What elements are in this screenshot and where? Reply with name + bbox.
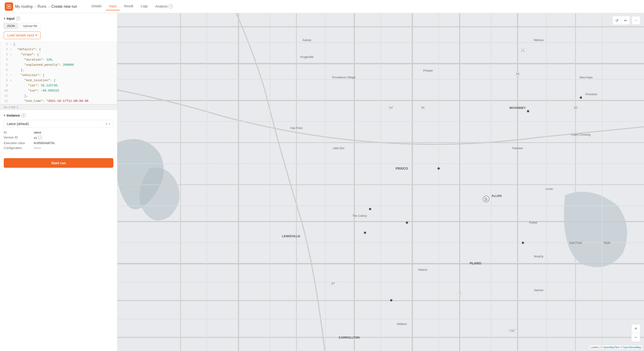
- meta-versionid-value: v1 ?: [34, 136, 113, 140]
- input-help-icon[interactable]: ?: [16, 16, 20, 21]
- version-help-icon[interactable]: ?: [38, 136, 42, 140]
- instance-section-header: ▾ Instance ?: [0, 110, 117, 120]
- code-editor[interactable]: 1 ▾ { 2 ▾ "defaults": { 3 ▾ "stops": { 4: [0, 42, 117, 104]
- breadcrumb: My routing › Runs › Create new run: [15, 4, 77, 9]
- meta-id-value: latest: [34, 131, 113, 134]
- analysis-help-icon[interactable]: ?: [168, 4, 173, 8]
- instance-select-wrap: Latest (default) ✕ ▾: [0, 120, 117, 131]
- tab-logs[interactable]: Logs: [138, 3, 151, 10]
- code-line-7: 7 ▾ "vehicles": {: [0, 73, 117, 78]
- meta-config-value: None: [34, 146, 113, 150]
- code-line-3: 3 ▾ "stops": {: [0, 52, 117, 58]
- load-sample-dropdown-arrow: ▾: [36, 33, 37, 37]
- header-nav: Details Input Result Logs Analysis ?: [88, 3, 176, 10]
- map-top-controls: ↺ ✏ ···: [612, 16, 640, 25]
- breadcrumb-my-routing[interactable]: My routing: [15, 4, 32, 9]
- map-background: [117, 13, 644, 351]
- openstreetmap-link[interactable]: OpenStreetMap: [623, 346, 641, 349]
- map-zoom-controls: + −: [631, 324, 640, 342]
- meta-execclass-value: 6c9500mb870s: [34, 141, 113, 145]
- instance-clear-icon[interactable]: ✕: [105, 122, 108, 126]
- upload-file-btn[interactable]: Upload file: [20, 23, 40, 29]
- meta-execclass-label: Execution class: [4, 141, 32, 145]
- map-cursor-btn[interactable]: ↺: [613, 16, 621, 25]
- breadcrumb-create-run: Create new run: [52, 4, 77, 9]
- instance-help-icon[interactable]: ?: [21, 113, 26, 118]
- meta-id-label: ID: [4, 131, 32, 134]
- left-panel: ▾ Input ? JSON Upload file Load sample i…: [0, 13, 117, 351]
- instance-label: Instance: [6, 114, 20, 117]
- instance-section: ▾ Instance ? Latest (default) ✕ ▾ ID lat…: [0, 110, 117, 154]
- tab-input[interactable]: Input: [106, 3, 120, 10]
- map-cursor-tools: ↺ ✏: [612, 16, 630, 25]
- tab-details[interactable]: Details: [88, 3, 105, 10]
- map-attribution: Leaflet | © OpenMapTiles © OpenStreetMap: [590, 345, 642, 349]
- meta-config-label: Configuration: [4, 146, 32, 150]
- meta-versionid-label: Version ID: [4, 136, 32, 140]
- input-controls: JSON Upload file: [0, 23, 117, 31]
- input-section-header: ▾ Input ?: [0, 13, 117, 23]
- code-line-9: 9 "lat": 33.122746,: [0, 84, 117, 89]
- instance-meta: ID latest Version ID v1 ? Execution clas…: [0, 131, 117, 150]
- map-more-btn[interactable]: ···: [632, 16, 640, 25]
- editor-status: Ln: 1 Col: 1: [0, 104, 117, 110]
- input-label: Input: [6, 17, 14, 20]
- map-area[interactable]: Aubrey Krugerville Providence Village Pr…: [117, 13, 644, 351]
- code-line-5: 5 "unplanned_penalty": 200000: [0, 63, 117, 68]
- instance-select-value: Latest (default): [7, 122, 29, 126]
- instance-select[interactable]: Latest (default) ✕ ▾: [4, 120, 113, 128]
- json-tab-btn[interactable]: JSON: [4, 23, 18, 29]
- map-edit-btn[interactable]: ✏: [621, 16, 630, 25]
- openmaptiles-link[interactable]: OpenMapTiles: [603, 346, 620, 349]
- code-line-6: 6 },: [0, 68, 117, 73]
- code-line-12: 12 "end_time": "2021-10-17T11:00:00-06: [0, 99, 117, 104]
- code-line-2: 2 ▾ "defaults": {: [0, 48, 117, 52]
- instance-collapse-arrow[interactable]: ▾: [4, 114, 5, 117]
- start-run-button[interactable]: Start run: [4, 158, 113, 168]
- breadcrumb-sep-2: ›: [48, 4, 49, 9]
- input-collapse-arrow[interactable]: ▾: [4, 17, 5, 20]
- app-logo: [5, 2, 13, 11]
- code-line-1: 1 ▾ {: [0, 42, 117, 48]
- breadcrumb-runs[interactable]: Runs: [38, 4, 46, 9]
- zoom-in-btn[interactable]: +: [632, 324, 640, 333]
- tab-analysis[interactable]: Analysis ?: [152, 3, 176, 10]
- zoom-out-btn[interactable]: −: [632, 333, 640, 342]
- code-line-4: 4 "duration": 120,: [0, 58, 117, 63]
- tab-result[interactable]: Result: [121, 3, 136, 10]
- main-content: ▾ Input ? JSON Upload file Load sample i…: [0, 13, 644, 351]
- code-line-8: 8 ▾ "end_location": {: [0, 78, 117, 84]
- load-sample-button[interactable]: Load sample input ▾: [4, 31, 40, 39]
- code-line-11: 11 },: [0, 94, 117, 99]
- app-header: My routing › Runs › Create new run Detai…: [0, 0, 644, 13]
- input-section: ▾ Input ? JSON Upload file Load sample i…: [0, 13, 117, 110]
- breadcrumb-sep-1: ›: [34, 4, 36, 9]
- code-line-10: 10 "lon": -96.659222: [0, 89, 117, 94]
- instance-dropdown-icon[interactable]: ▾: [109, 122, 110, 126]
